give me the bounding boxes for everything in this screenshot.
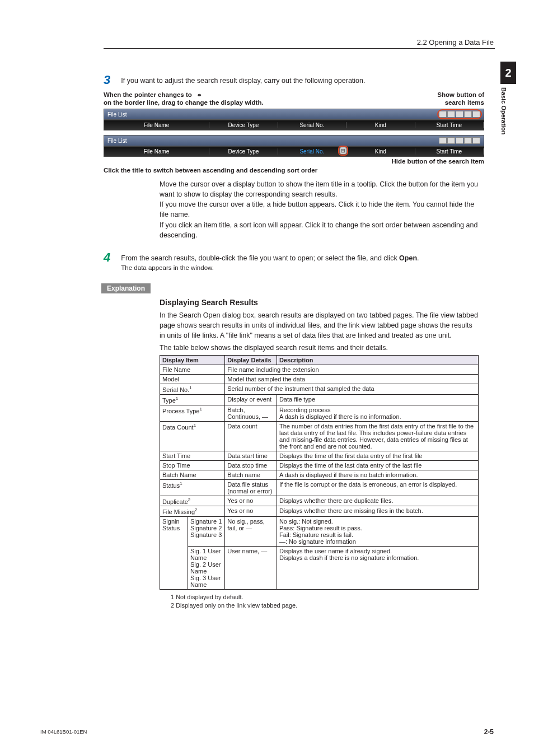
table-row: Process Type1Batch, Continuous, —Recordi… — [160, 405, 479, 421]
table-row: ModelModel that sampled the data — [160, 375, 479, 384]
footnotes: 1 Not displayed by default. 2 Displayed … — [171, 593, 484, 610]
th-description: Description — [277, 356, 478, 365]
hide-icon[interactable]: ⊟ — [339, 147, 347, 155]
table-row: File Missing2Yes or noDisplays whether t… — [160, 506, 479, 517]
step3-para3: If you click an item title, a sort icon … — [160, 220, 479, 240]
table-row: Duplicate2Yes or noDisplays whether ther… — [160, 496, 479, 506]
step-3-number: 3 — [104, 73, 119, 87]
col-serial-no[interactable]: Serial No. — [278, 122, 346, 128]
col-serial-no-2[interactable]: Serial No. ⊟ — [278, 148, 346, 155]
col-device-type[interactable]: Device Type — [209, 122, 278, 128]
th-display-details: Display Details — [225, 356, 277, 365]
table-row: Status1Data file status (normal or error… — [160, 479, 479, 496]
step-3: 3 If you want to adjust the search resul… — [104, 73, 484, 87]
table-row: Type1Display or eventData file type — [160, 394, 479, 405]
step3-para2: If you move the cursor over a title, a h… — [160, 199, 479, 220]
show-buttons[interactable] — [439, 111, 480, 118]
table-row: Data Count1Data countThe number of data … — [160, 421, 479, 451]
explanation-body-1: In the Search Open dialog box, search re… — [160, 310, 479, 340]
screenshot-1: File List File Name Device Type Serial N… — [104, 109, 484, 130]
sort-caption: Click the title to switch between ascend… — [104, 167, 484, 174]
screenshot-2: File List File Name Device Type Serial N… — [104, 135, 484, 165]
col-start-time[interactable]: Start Time — [415, 122, 484, 128]
step-4-text: From the search results, double-click th… — [121, 250, 479, 273]
file-list-label: File List — [107, 111, 127, 118]
column-header-row-2[interactable]: File Name Device Type Serial No. ⊟ Kind … — [104, 146, 484, 157]
footer-page: 2-5 — [484, 728, 494, 736]
hide-caption: Hide button of the search item — [104, 158, 484, 165]
table-row: Serial No.1Serial number of the instrume… — [160, 384, 479, 395]
search-result-table: Display Item Display Details Description… — [160, 355, 479, 590]
th-display-item: Display Item — [160, 356, 225, 365]
column-header-row-1[interactable]: File Name Device Type Serial No. Kind St… — [104, 120, 484, 130]
step-4: 4 From the search results, double-click … — [104, 250, 484, 273]
side-tab: 2 Basic Operation — [500, 62, 516, 174]
explanation-label: Explanation — [101, 283, 151, 293]
table-row: File NameFile name including the extensi… — [160, 365, 479, 375]
col-kind[interactable]: Kind — [346, 122, 415, 128]
explanation-title: Displaying Search Results — [160, 298, 484, 307]
table-row: Stop TimeData stop timeDisplays the time… — [160, 460, 479, 470]
col-file-name[interactable]: File Name — [104, 122, 209, 128]
col-start-time-2[interactable]: Start Time — [415, 148, 484, 155]
col-kind-2[interactable]: Kind — [346, 148, 415, 155]
col-file-name-2[interactable]: File Name — [104, 148, 209, 155]
show-buttons-2[interactable] — [439, 137, 480, 144]
footnote-1: 1 Not displayed by default. — [171, 593, 484, 601]
explanation-body-2: The table below shows the displayed sear… — [160, 343, 479, 353]
annotation-right: Show button of search items — [437, 91, 484, 106]
step-3-text: If you want to adjust the search result … — [121, 73, 479, 86]
annotation-left: When the pointer changes to ⇹ on the bor… — [104, 91, 264, 106]
header-rule — [104, 48, 495, 50]
table-row: Batch NameBatch nameA dash is displayed … — [160, 470, 479, 479]
step-4-number: 4 — [104, 250, 119, 265]
file-list-label-2: File List — [107, 138, 127, 144]
section-header: 2.2 Opening a Data File — [417, 38, 494, 46]
table-row: Sig. 1 User NameSig. 2 User NameSig. 3 U… — [160, 546, 479, 589]
table-row: Start TimeData start timeDisplays the ti… — [160, 451, 479, 460]
chapter-label: Basic Operation — [500, 84, 507, 151]
step3-para1: Move the cursor over a display button to… — [160, 179, 479, 199]
chapter-number: 2 — [500, 62, 516, 84]
footer-doc-id: IM 04L61B01-01EN — [40, 729, 87, 735]
table-row: Signin StatusSignature 1Signature 2Signa… — [160, 516, 479, 546]
col-device-type-2[interactable]: Device Type — [209, 148, 278, 155]
footnote-2: 2 Displayed only on the link view tabbed… — [171, 601, 484, 610]
